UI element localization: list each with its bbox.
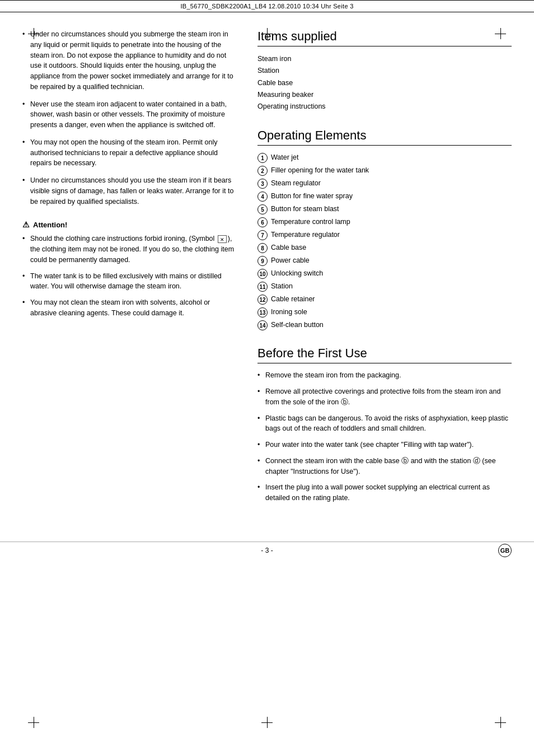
- list-item: Cable base: [257, 77, 512, 89]
- list-item: 10Unlocking switch: [257, 268, 512, 279]
- op-text: Water jet: [271, 152, 299, 163]
- op-text: Self-clean button: [271, 320, 324, 330]
- main-content: Under no circumstances should you submer…: [0, 12, 534, 536]
- left-column: Under no circumstances should you submer…: [22, 29, 235, 519]
- first-use-title: Before the First Use: [257, 346, 512, 363]
- op-text: Power cable: [271, 255, 310, 266]
- list-item: 13Ironing sole: [257, 307, 512, 318]
- crosshair-bottom-right: [495, 717, 506, 728]
- right-column: Items supplied Steam ironStationCable ba…: [257, 29, 512, 519]
- attention-section: ⚠ Attention! Should the clothing care in…: [22, 220, 235, 318]
- list-item: Plastic bags can be dangerous. To avoid …: [257, 413, 512, 435]
- list-item: You may not open the housing of the stea…: [22, 137, 235, 169]
- op-elements-list: 1Water jet2Filler opening for the water …: [257, 152, 512, 330]
- op-number: 9: [257, 256, 268, 266]
- items-supplied-title: Items supplied: [257, 29, 512, 46]
- main-bullets: Under no circumstances should you submer…: [22, 29, 235, 207]
- op-text: Temperature regulator: [271, 230, 340, 240]
- op-number: 11: [257, 282, 268, 292]
- list-item: 6Temperature control lamp: [257, 217, 512, 227]
- list-item: 7Temperature regulator: [257, 230, 512, 240]
- list-item: 5Button for steam blast: [257, 204, 512, 214]
- attention-list-item: Should the clothing care instructions fo…: [22, 234, 235, 265]
- op-number: 7: [257, 230, 268, 240]
- list-item: Station: [257, 65, 512, 77]
- op-number: 4: [257, 192, 268, 202]
- page-number: - 3 -: [261, 547, 273, 554]
- list-item: 1Water jet: [257, 152, 512, 163]
- op-text: Steam regulator: [271, 178, 321, 189]
- op-number: 5: [257, 204, 268, 214]
- attention-bullets: Should the clothing care instructions fo…: [22, 234, 235, 318]
- op-text: Cable retainer: [271, 294, 315, 305]
- op-text: Temperature control lamp: [271, 217, 350, 227]
- crosshair-top-right: [495, 28, 506, 39]
- op-number: 12: [257, 295, 268, 305]
- op-number: 1: [257, 153, 268, 163]
- footer: - 3 - GB: [0, 542, 534, 559]
- no-iron-symbol: ✕: [218, 235, 227, 243]
- op-text: Unlocking switch: [271, 268, 323, 279]
- op-text: Station: [271, 281, 293, 292]
- op-number: 13: [257, 307, 268, 318]
- op-number: 3: [257, 179, 268, 189]
- op-number: 8: [257, 243, 268, 253]
- list-item: Operating instructions: [257, 101, 512, 113]
- list-item: 14Self-clean button: [257, 320, 512, 330]
- list-item: 3Steam regulator: [257, 178, 512, 189]
- op-text: Filler opening for the water tank: [271, 165, 369, 176]
- op-number: 6: [257, 217, 268, 227]
- items-supplied-section: Items supplied Steam ironStationCable ba…: [257, 29, 512, 113]
- attention-list-item: You may not clean the steam iron with so…: [22, 297, 235, 319]
- op-number: 2: [257, 166, 268, 176]
- list-item: Remove all protective coverings and prot…: [257, 386, 512, 408]
- list-item: Steam iron: [257, 53, 512, 65]
- op-text: Cable base: [271, 242, 306, 253]
- list-item: Pour water into the water tank (see chap…: [257, 440, 512, 450]
- list-item: Measuring beaker: [257, 89, 512, 101]
- attention-list-item: The water tank is to be filled exclusive…: [22, 271, 235, 292]
- list-item: Connect the steam iron with the cable ba…: [257, 456, 512, 477]
- crosshair-center-bottom: [261, 717, 273, 728]
- first-use-section: Before the First Use Remove the steam ir…: [257, 346, 512, 503]
- op-number: 10: [257, 269, 268, 279]
- operating-elements-title: Operating Elements: [257, 128, 512, 146]
- list-item: 12Cable retainer: [257, 294, 512, 305]
- warning-icon: ⚠: [22, 220, 30, 229]
- page: IB_56770_SDBK2200A1_LB4 12.08.2010 10:34…: [0, 0, 534, 756]
- items-list: Steam ironStationCable baseMeasuring bea…: [257, 53, 512, 113]
- attention-title: ⚠ Attention!: [22, 220, 235, 229]
- operating-elements-section: Operating Elements 1Water jet2Filler ope…: [257, 128, 512, 330]
- list-item: 4Button for fine water spray: [257, 191, 512, 202]
- attention-label: Attention!: [33, 221, 67, 229]
- list-item: 2Filler opening for the water tank: [257, 165, 512, 176]
- header-bar: IB_56770_SDBK2200A1_LB4 12.08.2010 10:34…: [0, 0, 534, 12]
- country-badge: GB: [498, 544, 512, 557]
- crosshair-center-top: [261, 28, 273, 39]
- list-item: Remove the steam iron from the packaging…: [257, 370, 512, 381]
- list-item: Insert the plug into a wall power socket…: [257, 482, 512, 503]
- file-reference: IB_56770_SDBK2200A1_LB4 12.08.2010 10:34…: [180, 3, 353, 10]
- op-text: Ironing sole: [271, 307, 307, 318]
- list-item: Under no circumstances should you use th…: [22, 175, 235, 207]
- list-item: 11Station: [257, 281, 512, 292]
- op-text: Button for steam blast: [271, 204, 339, 214]
- list-item: Never use the steam iron adjacent to wat…: [22, 99, 235, 130]
- first-use-list: Remove the steam iron from the packaging…: [257, 370, 512, 503]
- list-item: Under no circumstances should you submer…: [22, 29, 235, 92]
- list-item: 8Cable base: [257, 242, 512, 253]
- op-text: Button for fine water spray: [271, 191, 353, 202]
- list-item: 9Power cable: [257, 255, 512, 266]
- op-number: 14: [257, 320, 268, 330]
- crosshair-bottom-left: [28, 717, 39, 728]
